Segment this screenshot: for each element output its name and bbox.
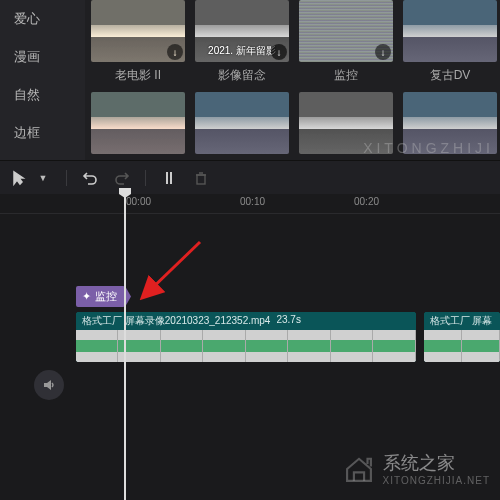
- clip-filename: 格式工厂 屏幕: [430, 314, 493, 328]
- effect-label: 监控: [334, 67, 358, 84]
- mute-button[interactable]: [34, 370, 64, 400]
- sidebar-item-nature[interactable]: 自然: [0, 76, 85, 114]
- playhead[interactable]: [124, 194, 126, 500]
- chevron-down-icon[interactable]: ▼: [34, 169, 52, 187]
- sidebar-item-heart[interactable]: 爱心: [0, 0, 85, 38]
- watermark-bottom: 系统之家 XITONGZHIJIA.NET: [341, 451, 491, 486]
- thumb-row: ↓ 老电影 II 2021. 新年留影 ↓ 影像留念 ↓ 监控 复古DV: [91, 0, 494, 84]
- effect-thumb[interactable]: 2021. 新年留影 ↓: [195, 0, 289, 62]
- clip-filmstrip: [424, 330, 500, 362]
- redo-button[interactable]: [113, 169, 131, 187]
- clip-header: 格式工厂 屏幕录像20210323_212352.mp4 23.7s: [76, 312, 416, 330]
- divider: [66, 170, 67, 186]
- effect-clip[interactable]: ✦ 监控: [76, 286, 125, 307]
- svg-rect-1: [170, 172, 172, 184]
- effect-thumb[interactable]: [195, 92, 289, 154]
- video-track[interactable]: 格式工厂 屏幕录像20210323_212352.mp4 23.7s 格式工厂 …: [76, 312, 500, 362]
- timeline-ruler[interactable]: 00:00 00:10 00:20: [0, 194, 500, 214]
- effect-sparkle-icon: ✦: [82, 290, 91, 303]
- undo-button[interactable]: [81, 169, 99, 187]
- video-clip-2[interactable]: 格式工厂 屏幕: [424, 312, 500, 362]
- sidebar-item-comic[interactable]: 漫画: [0, 38, 85, 76]
- watermark-logo-icon: [341, 452, 377, 486]
- effect-thumb[interactable]: [91, 92, 185, 154]
- effect-label: 老电影 II: [115, 67, 161, 84]
- clip-filename: 格式工厂 屏幕录像20210323_212352.mp4: [82, 314, 270, 328]
- effect-card-photo-memory[interactable]: 2021. 新年留影 ↓ 影像留念: [195, 0, 289, 84]
- split-button[interactable]: [160, 169, 178, 187]
- tick-label: 00:20: [354, 196, 379, 207]
- effect-clip-label: 监控: [95, 289, 117, 304]
- effect-label: 复古DV: [430, 67, 471, 84]
- download-icon[interactable]: ↓: [375, 44, 391, 60]
- effects-grid: ↓ 老电影 II 2021. 新年留影 ↓ 影像留念 ↓ 监控 复古DV: [85, 0, 500, 160]
- effect-thumb[interactable]: [403, 0, 497, 62]
- divider: [145, 170, 146, 186]
- effect-thumb[interactable]: ↓: [91, 0, 185, 62]
- download-icon[interactable]: ↓: [167, 44, 183, 60]
- effect-card-monitor[interactable]: ↓ 监控: [299, 0, 393, 84]
- download-icon[interactable]: ↓: [271, 44, 287, 60]
- watermark-cn: 系统之家: [383, 451, 491, 475]
- clip-header: 格式工厂 屏幕: [424, 312, 500, 330]
- timeline-toolbar: ▼: [0, 160, 500, 194]
- svg-rect-2: [197, 175, 205, 184]
- tick-label: 00:00: [126, 196, 151, 207]
- effect-card-retro-dv[interactable]: 复古DV: [403, 0, 497, 84]
- clip-filmstrip: [76, 330, 416, 362]
- effects-sidebar: 爱心 漫画 自然 边框: [0, 0, 85, 160]
- annotation-arrow: [130, 234, 210, 314]
- effect-label: 影像留念: [218, 67, 266, 84]
- effect-card-old-film[interactable]: ↓ 老电影 II: [91, 0, 185, 84]
- effect-thumb[interactable]: ↓: [299, 0, 393, 62]
- video-clip-1[interactable]: 格式工厂 屏幕录像20210323_212352.mp4 23.7s: [76, 312, 416, 362]
- watermark-en: XITONGZHIJIA.NET: [383, 475, 491, 486]
- svg-rect-0: [166, 172, 168, 184]
- tick-label: 00:10: [240, 196, 265, 207]
- select-tool-icon[interactable]: [10, 169, 28, 187]
- watermark-top: XITONGZHIJI: [363, 140, 494, 156]
- effects-panel: 爱心 漫画 自然 边框 ↓ 老电影 II 2021. 新年留影 ↓ 影像留念 ↓: [0, 0, 500, 160]
- sidebar-item-frame[interactable]: 边框: [0, 114, 85, 152]
- clip-duration: 23.7s: [276, 314, 300, 328]
- delete-button[interactable]: [192, 169, 210, 187]
